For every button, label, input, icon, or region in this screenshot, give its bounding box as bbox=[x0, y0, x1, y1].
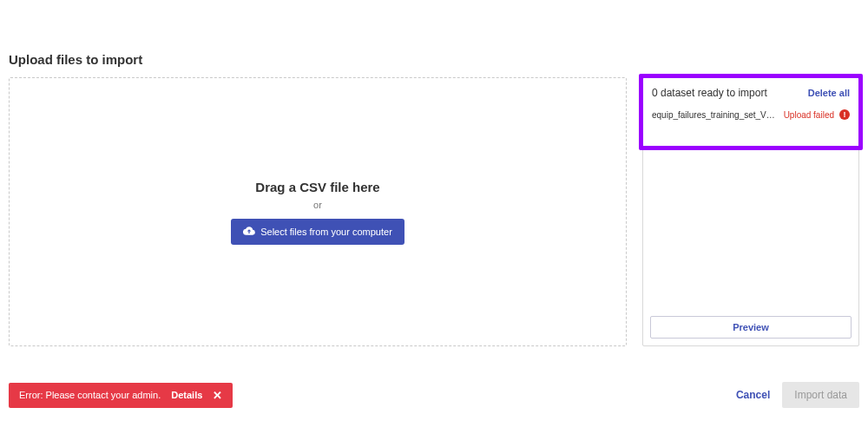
preview-button[interactable]: Preview bbox=[650, 316, 852, 339]
datasets-panel: 0 dataset ready to import Delete all equ… bbox=[642, 77, 859, 346]
dropzone-title: Drag a CSV file here bbox=[255, 180, 379, 194]
cancel-button[interactable]: Cancel bbox=[724, 382, 782, 408]
cloud-upload-icon bbox=[243, 225, 255, 239]
dropzone-or: or bbox=[313, 200, 322, 210]
error-toast: Error: Please contact your admin. Detail… bbox=[9, 383, 233, 408]
select-files-label: Select files from your computer bbox=[260, 227, 392, 237]
close-icon[interactable]: ✕ bbox=[213, 390, 222, 401]
select-files-button[interactable]: Select files from your computer bbox=[231, 219, 404, 245]
footer: Error: Please contact your admin. Detail… bbox=[0, 382, 868, 408]
toast-details-link[interactable]: Details bbox=[171, 390, 202, 400]
file-dropzone[interactable]: Drag a CSV file here or Select files fro… bbox=[9, 77, 627, 346]
datasets-header: 0 dataset ready to import Delete all bbox=[648, 83, 853, 106]
file-row[interactable]: equip_failures_training_set_V0_0106… Upl… bbox=[648, 106, 853, 123]
toast-message: Error: Please contact your admin. bbox=[19, 390, 161, 400]
main-row: Drag a CSV file here or Select files fro… bbox=[9, 77, 859, 346]
import-data-button[interactable]: Import data bbox=[782, 382, 859, 408]
error-icon: ! bbox=[839, 109, 850, 120]
file-name: equip_failures_training_set_V0_0106… bbox=[652, 110, 779, 120]
delete-all-link[interactable]: Delete all bbox=[808, 88, 850, 98]
datasets-count-label: 0 dataset ready to import bbox=[652, 87, 767, 99]
page-title: Upload files to import bbox=[9, 52, 859, 67]
file-status: Upload failed bbox=[784, 110, 834, 120]
